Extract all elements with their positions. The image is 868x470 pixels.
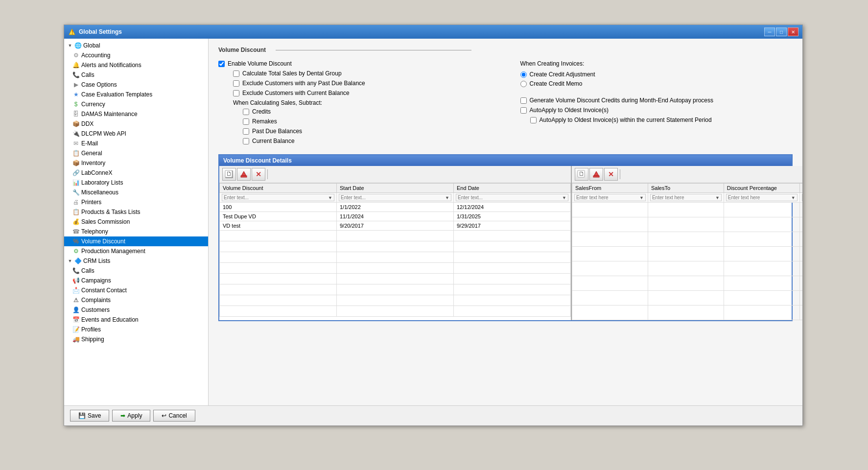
calc-label: Calculate Total Sales by Dental Group	[242, 70, 342, 77]
page-title-container: Volume Discount	[218, 47, 793, 53]
cancel-button[interactable]: ↩ Cancel	[153, 410, 195, 422]
sidebar-item-crm-root[interactable]: ▼ 🔷 CRM Lists	[64, 256, 208, 266]
sidebar-item-damas[interactable]: 🗄 DAMAS Maintenance	[64, 109, 208, 119]
filter-sf-wrapper: ▼	[574, 194, 646, 201]
remakes-checkbox[interactable]	[243, 118, 249, 125]
generate-checkbox[interactable]	[520, 97, 527, 104]
radio-credit-adjustment[interactable]	[520, 71, 527, 78]
sidebar-item-events[interactable]: 📅 Events and Education	[64, 315, 208, 325]
sidebar-item-laboratory-lists[interactable]: 📊 Laboratory Lists	[64, 178, 208, 188]
col-discount-pct: Discount Percentage	[724, 184, 799, 193]
sidebar-item-volume-discount[interactable]: % Volume Discount	[64, 236, 208, 246]
filter-end-date-wrapper: ▼	[456, 194, 568, 201]
when-calc-label: When Calculating Sales, Subtract:	[233, 99, 322, 106]
table-row[interactable]: VD test9/20/20179/29/2017	[220, 221, 571, 231]
when-creating-label: When Creating Invoices:	[520, 60, 585, 67]
enable-label: Enable Volume Discount	[228, 60, 292, 67]
sidebar-item-telephony[interactable]: ☎ Telephony	[64, 227, 208, 236]
apply-button[interactable]: ➡ Apply	[112, 410, 150, 422]
generate-options: Generate Volume Discount Credits during …	[520, 97, 793, 123]
filter-sales-to-input[interactable]	[652, 195, 714, 200]
sidebar-item-ddx[interactable]: 📦 DDX	[64, 119, 208, 129]
sales-icon: 💰	[72, 218, 80, 226]
sidebar-item-sales-commission[interactable]: 💰 Sales Commission	[64, 217, 208, 227]
sidebar-item-constant-contact[interactable]: 📩 Constant Contact	[64, 285, 208, 295]
sidebar-item-customers[interactable]: 👤 Customers	[64, 305, 208, 315]
credits-checkbox[interactable]	[243, 109, 249, 115]
filter-end-date-input[interactable]	[458, 195, 561, 200]
sidebar-item-complaints[interactable]: ⚠ Complaints	[64, 295, 208, 305]
sidebar-item-calls[interactable]: 📞 Calls	[64, 70, 208, 80]
sidebar-item-labconnex[interactable]: 🔗 LabConneX	[64, 168, 208, 178]
left-filter-row: ▼ ▼	[220, 193, 571, 203]
enable-checkbox-row: Enable Volume Discount	[218, 60, 491, 67]
funnel-icon-4[interactable]: ▼	[639, 195, 644, 200]
right-add-button[interactable]: 🗋	[575, 168, 588, 181]
funnel-icon-3[interactable]: ▼	[562, 195, 566, 200]
left-add-button[interactable]: 🗋	[222, 168, 236, 181]
table-row[interactable]: 1001/1/202212/12/2024	[220, 203, 571, 212]
right-tbody	[572, 203, 803, 320]
filter-volume-discount-input[interactable]	[224, 195, 327, 200]
sidebar-item-campaigns[interactable]: 📢 Campaigns	[64, 276, 208, 285]
radio-credit-memo[interactable]	[520, 81, 527, 87]
sidebar-item-case-eval[interactable]: ★ Case Evaluation Templates	[64, 90, 208, 99]
right-edit-button[interactable]	[589, 168, 603, 181]
filter-discount-pct-input[interactable]	[728, 195, 790, 200]
misc-icon: 🔧	[72, 188, 80, 196]
save-button[interactable]: 💾 Save	[70, 410, 109, 422]
autoapply-checkbox[interactable]	[520, 107, 527, 114]
sidebar-item-accounting[interactable]: ⚙ Accounting	[64, 50, 208, 60]
credits-row: Credits	[243, 108, 491, 115]
sidebar-item-general[interactable]: 📋 General	[64, 148, 208, 158]
table-row-empty	[220, 306, 571, 317]
sidebar-item-global-root[interactable]: ▼ 🌐 Global	[64, 41, 208, 50]
funnel-icon-6[interactable]: ▼	[791, 195, 796, 200]
filter-start-date-input[interactable]	[341, 195, 444, 200]
past-due-checkbox[interactable]	[243, 128, 249, 135]
funnel-icon-2[interactable]: ▼	[445, 195, 449, 200]
sidebar-item-printers[interactable]: 🖨 Printers	[64, 197, 208, 207]
sidebar-item-miscellaneous[interactable]: 🔧 Miscellaneous	[64, 188, 208, 197]
sidebar-item-production-mgmt[interactable]: ⚙ Production Management	[64, 246, 208, 256]
right-delete-button[interactable]: ✕	[604, 168, 618, 181]
title-divider	[276, 50, 471, 50]
svg-text:🗋: 🗋	[579, 170, 585, 177]
enable-checkbox[interactable]	[218, 61, 225, 67]
expand-crm[interactable]: ▼	[66, 257, 74, 265]
current-balance-checkbox[interactable]	[243, 138, 249, 144]
exclude-current-balance-row: Exclude Customers with Current Balance	[233, 90, 491, 96]
main-window: ! Global Settings ─ □ ✕ ▼ 🌐 Global ⚙ Acc…	[64, 24, 803, 426]
sidebar-item-email[interactable]: ✉ E-Mail	[64, 139, 208, 148]
expand-global[interactable]: ▼	[66, 42, 74, 49]
sidebar-item-profiles[interactable]: 📝 Profiles	[64, 325, 208, 334]
sidebar-item-dlcpm[interactable]: 🔌 DLCPM Web API	[64, 129, 208, 139]
sidebar-item-alerts[interactable]: 🔔 Alerts and Notifications	[64, 60, 208, 70]
funnel-icon-5[interactable]: ▼	[715, 195, 720, 200]
when-calc-label-container: When Calculating Sales, Subtract:	[233, 99, 491, 106]
sidebar-item-crm-calls[interactable]: 📞 Calls	[64, 266, 208, 276]
table-row[interactable]: Test Dupe VD11/1/20241/31/2025	[220, 212, 571, 221]
funnel-icon-1[interactable]: ▼	[328, 195, 332, 200]
when-creating-container: When Creating Invoices:	[520, 60, 793, 67]
autoapply-period-checkbox[interactable]	[530, 117, 537, 123]
sidebar-item-case-options[interactable]: ▶ Case Options	[64, 80, 208, 90]
remakes-row: Remakes	[243, 118, 491, 125]
sidebar-item-shipping[interactable]: 🚚 Shipping	[64, 334, 208, 344]
exclude-current-balance-checkbox[interactable]	[233, 90, 239, 96]
calc-checkbox[interactable]	[233, 70, 239, 77]
sidebar-item-products-tasks[interactable]: 📋 Products & Tasks Lists	[64, 207, 208, 217]
svg-marker-9	[594, 171, 599, 176]
filter-sales-from-input[interactable]	[576, 195, 638, 200]
filter-sales-to: ▼	[648, 193, 724, 203]
left-edit-button[interactable]	[237, 168, 251, 181]
labconnex-icon: 🔗	[72, 169, 80, 177]
minimize-button[interactable]: ─	[764, 27, 775, 36]
sidebar-item-inventory[interactable]: 📦 Inventory	[64, 158, 208, 168]
left-delete-button[interactable]: ✕	[252, 168, 265, 181]
filter-st-wrapper: ▼	[650, 194, 722, 201]
close-button[interactable]: ✕	[788, 27, 798, 36]
sidebar-item-currency[interactable]: $ Currency	[64, 99, 208, 109]
exclude-past-due-checkbox[interactable]	[233, 80, 239, 87]
maximize-button[interactable]: □	[776, 27, 787, 36]
